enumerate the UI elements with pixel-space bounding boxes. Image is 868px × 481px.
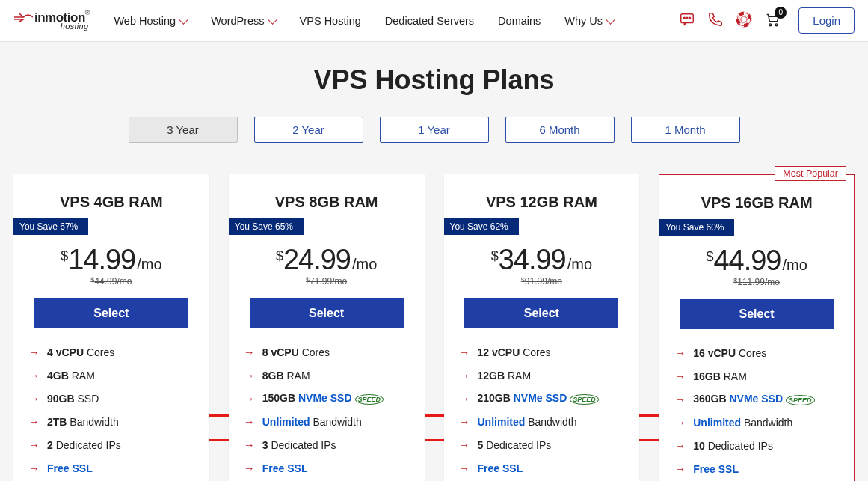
savings-badge: You Save 67%	[13, 218, 88, 235]
login-button[interactable]: Login	[798, 7, 855, 34]
nav-domains[interactable]: Domains	[490, 10, 548, 31]
price: $14.99/mo	[13, 244, 209, 276]
feature-item: →5 Dedicated IPs	[459, 433, 625, 456]
term-tab-1-year[interactable]: 1 Year	[380, 117, 489, 143]
cart-count-badge: 0	[775, 7, 787, 19]
arrow-icon: →	[28, 438, 40, 451]
speed-icon: SPEED	[786, 395, 815, 405]
speed-icon: SPEED	[570, 394, 599, 405]
arrow-icon: →	[28, 415, 40, 428]
arrow-icon: →	[28, 462, 40, 474]
arrow-icon: →	[674, 416, 686, 429]
old-price: $91.99/mo	[444, 276, 640, 287]
svg-point-3	[689, 17, 691, 19]
feature-list: →16 vCPU Cores→16GB RAM→360GB NVMe SSDSP…	[659, 341, 854, 481]
nav-vps-hosting[interactable]: VPS Hosting	[292, 10, 369, 31]
arrow-icon: →	[459, 392, 470, 405]
feature-item: →2TB Bandwidth	[28, 410, 194, 433]
arrow-icon: →	[459, 346, 470, 358]
plan-card: VPS 8GB RAMYou Save 65%$24.99/mo$71.99/m…	[229, 174, 425, 481]
svg-point-1	[684, 17, 686, 19]
feature-item: →90GB SSD	[28, 387, 194, 410]
header-actions: 0 Login	[679, 7, 855, 34]
term-tab-2-year[interactable]: 2 Year	[254, 117, 363, 143]
cart-button[interactable]: 0	[764, 11, 781, 31]
select-button[interactable]: Select	[680, 299, 834, 329]
feature-item: →210GB NVMe SSDSPEED	[459, 387, 625, 410]
feature-item: →16 vCPU Cores	[674, 341, 839, 364]
arrow-icon: →	[674, 462, 686, 475]
chevron-down-icon	[268, 15, 277, 25]
feature-list: →12 vCPU Cores→12GB RAM→210GB NVMe SSDSP…	[444, 340, 640, 481]
feature-item: →Unlimited Bandwidth	[459, 410, 625, 433]
feature-item: →360GB NVMe SSDSPEED	[674, 387, 839, 411]
feature-item: →8GB RAM	[244, 364, 410, 387]
plan-card: VPS 12GB RAMYou Save 62%$34.99/mo$91.99/…	[444, 174, 640, 481]
savings-badge: You Save 65%	[229, 218, 304, 235]
speed-icon: SPEED	[355, 394, 384, 405]
plan-card: VPS 4GB RAMYou Save 67%$14.99/mo$44.99/m…	[13, 174, 209, 481]
select-button[interactable]: Select	[34, 298, 188, 328]
select-button[interactable]: Select	[464, 298, 618, 328]
term-tab-6-month[interactable]: 6 Month	[505, 117, 615, 143]
arrow-icon: →	[244, 438, 255, 451]
feature-item: →2 Dedicated IPs	[28, 433, 194, 456]
arrow-icon: →	[459, 415, 470, 428]
svg-point-4	[738, 13, 751, 25]
arrow-icon: →	[459, 462, 470, 474]
term-tab-3-year[interactable]: 3 Year	[129, 117, 238, 143]
price: $34.99/mo	[444, 244, 640, 276]
nav-dedicated-servers[interactable]: Dedicated Servers	[378, 10, 481, 31]
old-price: $44.99/mo	[13, 276, 209, 287]
feature-item: →150GB NVMe SSDSPEED	[244, 387, 410, 410]
select-button[interactable]: Select	[250, 298, 404, 328]
arrow-icon: →	[244, 369, 255, 382]
plan-name: VPS 8GB RAM	[229, 194, 425, 211]
feature-item: →Free SSL	[28, 456, 194, 480]
arrow-icon: →	[244, 346, 255, 358]
plan-name: VPS 16GB RAM	[659, 194, 854, 212]
arrow-icon: →	[244, 462, 255, 474]
feature-item: →12GB RAM	[459, 364, 625, 387]
savings-badge: You Save 62%	[444, 218, 519, 235]
support-icon[interactable]	[736, 11, 752, 31]
arrow-icon: →	[244, 415, 255, 428]
old-price: $71.99/mo	[229, 276, 425, 287]
arrow-icon: →	[244, 392, 255, 405]
feature-item: →3 Dedicated IPs	[244, 433, 410, 456]
svg-point-2	[686, 17, 688, 19]
arrow-icon: →	[28, 392, 40, 405]
arrow-icon: →	[674, 393, 686, 405]
feature-list: →4 vCPU Cores→4GB RAM→90GB SSD→2TB Bandw…	[13, 340, 209, 481]
feature-item: →Unlimited Bandwidth	[674, 411, 839, 434]
nav-wordpress[interactable]: WordPress	[203, 10, 283, 31]
plan-grid: VPS 4GB RAMYou Save 67%$14.99/mo$44.99/m…	[13, 174, 855, 481]
plan-name: VPS 12GB RAM	[444, 194, 640, 211]
feature-item: →8 vCPU Cores	[244, 340, 410, 364]
arrow-icon: →	[674, 346, 686, 359]
term-tab-1-month[interactable]: 1 Month	[631, 117, 740, 143]
chevron-down-icon	[606, 15, 615, 25]
arrow-icon: →	[459, 438, 470, 451]
old-price: $111.99/mo	[659, 277, 854, 287]
savings-badge: You Save 60%	[659, 219, 734, 236]
brand-logo[interactable]: inmotion® hosting	[13, 11, 90, 31]
arrow-icon: →	[459, 369, 470, 382]
nav-why-us[interactable]: Why Us	[557, 10, 621, 31]
arrow-icon: →	[674, 370, 686, 382]
plan-name: VPS 4GB RAM	[13, 194, 209, 211]
svg-point-9	[775, 23, 778, 25]
logo-tagline: hosting	[13, 22, 88, 31]
term-tabs: 3 Year2 Year1 Year6 Month1 Month	[13, 117, 855, 143]
main-header: inmotion® hosting Web HostingWordPressVP…	[0, 0, 868, 42]
arrow-icon: →	[28, 346, 40, 358]
arrow-icon: →	[674, 439, 686, 452]
page-title: VPS Hosting Plans	[13, 64, 855, 96]
nav-web-hosting[interactable]: Web Hosting	[106, 10, 194, 31]
phone-icon[interactable]	[707, 11, 724, 31]
chat-icon[interactable]	[679, 11, 695, 31]
feature-item: →10 Dedicated IPs	[674, 434, 839, 457]
feature-item: →16GB RAM	[674, 364, 839, 387]
feature-item: →Free SSL	[244, 456, 410, 480]
svg-point-7	[741, 16, 747, 22]
